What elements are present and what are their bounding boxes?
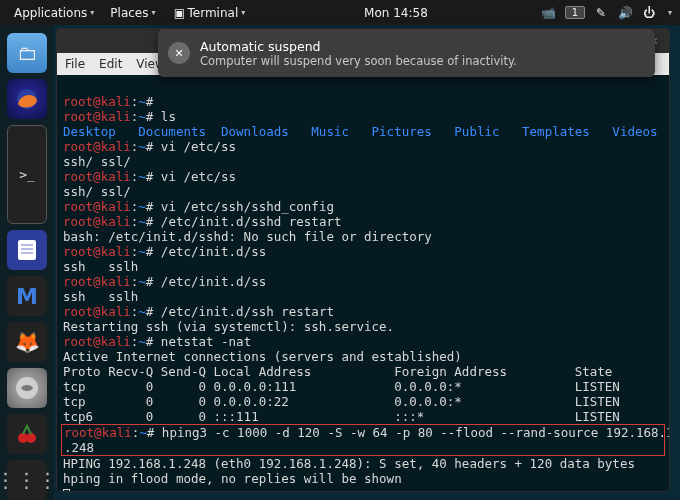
menu-edit[interactable]: Edit	[99, 57, 122, 71]
prompt: root@kali	[63, 169, 131, 184]
notification-suspend[interactable]: ✕ Automatic suspend Computer will suspen…	[158, 29, 655, 77]
volume-icon[interactable]: 🔊	[617, 5, 633, 21]
power-icon[interactable]: ⏻	[641, 5, 657, 21]
cmd: vi /etc/ss	[161, 139, 236, 154]
output: tcp 0 0 0.0.0.0:111 0.0.0.0:* LISTEN	[63, 379, 620, 394]
terminal-app-menu[interactable]: ▣ Terminal▾	[166, 5, 252, 21]
metasploit-icon[interactable]: M	[7, 276, 47, 316]
output: ssh sslh	[63, 289, 138, 304]
cmd-hping3-cont: .248	[64, 440, 94, 455]
cmd: vi /etc/ssh/sshd_config	[161, 199, 334, 214]
notification-body: Computer will suspend very soon because …	[200, 54, 517, 68]
highlighted-command: root@kali:~# hping3 -c 1000 -d 120 -S -w…	[61, 424, 665, 456]
prompt: root@kali	[64, 425, 132, 440]
terminal-window: – ▫ ✕ File Edit View root@kali:~# root@k…	[56, 28, 670, 492]
output: Restarting ssh (via systemctl): ssh.serv…	[63, 319, 394, 334]
clock[interactable]: Mon 14:58	[358, 6, 434, 20]
terminal-output[interactable]: root@kali:~# root@kali:~# ls Desktop Doc…	[57, 75, 669, 491]
prompt: root@kali	[63, 199, 131, 214]
svg-point-7	[26, 433, 36, 443]
terminal-cursor	[63, 489, 70, 492]
places-label: Places	[110, 6, 148, 20]
output: HPING 192.168.1.248 (eth0 192.168.1.248)…	[63, 456, 635, 471]
camera-icon[interactable]: 📹	[541, 5, 557, 21]
output: ssh sslh	[63, 259, 138, 274]
output: ssh/ ssl/	[63, 154, 131, 169]
output: ssh/ ssl/	[63, 184, 131, 199]
cmd: /etc/init.d/sshd restart	[161, 214, 342, 229]
notification-close-icon[interactable]: ✕	[168, 42, 190, 64]
chevron-down-icon: ▾	[151, 8, 155, 17]
terminal-label: Terminal	[188, 6, 239, 20]
cmd: /etc/init.d/ss	[161, 274, 266, 289]
output: tcp 0 0 0.0.0.0:22 0.0.0.0:* LISTEN	[63, 394, 620, 409]
chevron-down-icon: ▾	[241, 8, 245, 17]
pen-icon[interactable]: ✎	[593, 5, 609, 21]
status-tray: 📹 1 ✎ 🔊 ⏻ ▾	[541, 5, 672, 21]
notification-title: Automatic suspend	[200, 39, 517, 54]
prompt: root@kali	[63, 214, 131, 229]
kali-fox-icon[interactable]: 🦊	[7, 322, 47, 362]
cmd: vi /etc/ss	[161, 169, 236, 184]
places-menu[interactable]: Places▾	[104, 6, 161, 20]
applications-label: Applications	[14, 6, 87, 20]
dock: 🗀 >_ M 🦊 ⋮⋮⋮	[0, 25, 54, 500]
menu-file[interactable]: File	[65, 57, 85, 71]
output: tcp6 0 0 :::111 :::* LISTEN	[63, 409, 620, 424]
output: hping in flood mode, no replies will be …	[63, 471, 402, 486]
output: bash: /etc/init.d/sshd: No such file or …	[63, 229, 432, 244]
show-apps-icon[interactable]: ⋮⋮⋮	[7, 460, 47, 500]
chevron-down-icon: ▾	[90, 8, 94, 17]
notification-text: Automatic suspend Computer will suspend …	[200, 39, 517, 68]
cherrytree-icon[interactable]	[7, 414, 47, 454]
workspace-indicator[interactable]: 1	[565, 6, 585, 19]
prompt: root@kali	[63, 334, 131, 349]
top-panel: Applications▾ Places▾ ▣ Terminal▾ Mon 14…	[0, 0, 680, 25]
prompt: root@kali	[63, 139, 131, 154]
wireshark-icon[interactable]	[7, 368, 47, 408]
cmd-ls: ls	[161, 109, 176, 124]
output: Active Internet connections (servers and…	[63, 349, 462, 364]
cmd: netstat -nat	[161, 334, 251, 349]
terminal-small-icon: ▣	[172, 5, 188, 21]
chevron-down-icon[interactable]: ▾	[668, 8, 672, 17]
firefox-icon[interactable]	[7, 79, 47, 119]
prompt: root@kali	[63, 304, 131, 319]
files-icon[interactable]: 🗀	[7, 33, 47, 73]
cmd: /etc/init.d/ss	[161, 244, 266, 259]
prompt-path: ~	[138, 94, 146, 109]
cmd: /etc/init.d/ssh restart	[161, 304, 334, 319]
terminal-icon[interactable]: >_	[7, 125, 47, 224]
prompt: root@kali	[63, 244, 131, 259]
ls-output: Desktop Documents Downloads Music Pictur…	[63, 124, 658, 139]
notes-icon[interactable]	[7, 230, 47, 270]
prompt: root@kali	[63, 94, 131, 109]
prompt: root@kali	[63, 109, 131, 124]
cmd-hping3: hping3 -c 1000 -d 120 -S -w 64 -p 80 --f…	[162, 425, 669, 440]
applications-menu[interactable]: Applications▾	[8, 6, 100, 20]
prompt: root@kali	[63, 274, 131, 289]
output: Proto Recv-Q Send-Q Local Address Foreig…	[63, 364, 612, 379]
svg-rect-1	[18, 240, 36, 260]
